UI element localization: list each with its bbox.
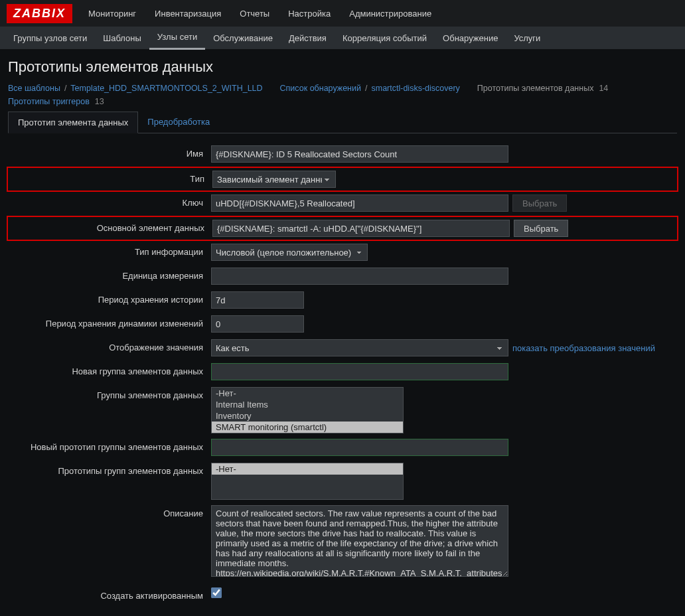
sub-nav: Группы узлов сетиШаблоныУзлы сетиОбслужи…: [0, 27, 685, 49]
subnav-item[interactable]: Узлы сети: [149, 26, 205, 50]
tab[interactable]: Предобработка: [138, 112, 219, 133]
topnav-item[interactable]: Мониторинг: [79, 1, 145, 27]
name-input[interactable]: [211, 145, 508, 163]
topnav-item[interactable]: Администрирование: [340, 1, 441, 27]
apps-listbox[interactable]: -Нет-Internal ItemsInventorySMART monito…: [211, 387, 404, 433]
label-master: Основной элемент данных: [9, 220, 212, 233]
logo[interactable]: ZABBIX: [7, 4, 72, 23]
breadcrumb-link[interactable]: Прототипы триггеров: [8, 97, 90, 106]
units-input[interactable]: [211, 268, 508, 285]
page-title: Прототипы элементов данных: [8, 58, 677, 76]
row-units: Единица измерения: [8, 268, 677, 286]
label-enabled: Создать активированным: [8, 587, 211, 601]
subnav-item[interactable]: Обслуживание: [205, 27, 281, 49]
list-option[interactable]: Inventory: [212, 410, 403, 422]
show-valuemaps-link[interactable]: показать преобразования значений: [512, 343, 655, 353]
breadcrumb-sep: /: [365, 84, 367, 93]
subnav-item[interactable]: Группы узлов сети: [5, 27, 95, 49]
info-type-select[interactable]: Числовой (целое положительное): [211, 244, 368, 261]
breadcrumb-sep: /: [64, 84, 66, 93]
row-type: Тип Зависимый элемент данных: [7, 167, 678, 192]
new-app-input[interactable]: [211, 363, 508, 380]
breadcrumb-link[interactable]: Список обнаружений: [280, 84, 361, 93]
valuemap-select[interactable]: Как есть: [211, 339, 508, 356]
history-input[interactable]: [211, 291, 304, 309]
app-protos-listbox[interactable]: -Нет-: [211, 463, 404, 500]
row-name: Имя: [8, 145, 677, 164]
master-input[interactable]: [212, 220, 510, 237]
list-option[interactable]: -Нет-: [212, 388, 403, 399]
label-description: Описание: [8, 505, 211, 518]
page-content: Прототипы элементов данных Все шаблоны/T…: [0, 49, 685, 616]
row-key: Ключ Выбрать: [8, 194, 677, 213]
row-enabled: Создать активированным: [8, 587, 677, 606]
label-units: Единица измерения: [8, 268, 211, 281]
label-app-protos: Прототипы групп элементов данных: [8, 463, 211, 476]
label-history: Период хранения истории: [8, 291, 211, 305]
breadcrumb: Все шаблоны/Template_HDD_SMARTMONTOOLS_2…: [8, 84, 677, 106]
label-key: Ключ: [8, 194, 211, 208]
trends-input[interactable]: [211, 315, 304, 333]
label-name: Имя: [8, 145, 211, 159]
label-valuemap: Отображение значения: [8, 339, 211, 352]
row-description: Описание Count of reallocated sectors. T…: [8, 505, 677, 577]
tabs: Прототип элемента данныхПредобработка: [8, 112, 677, 133]
type-select[interactable]: Зависимый элемент данных: [212, 171, 336, 188]
breadcrumb-link[interactable]: Template_HDD_SMARTMONTOOLS_2_WITH_LLD: [70, 84, 262, 93]
row-info-type: Тип информации Числовой (целое положител…: [8, 244, 677, 262]
label-new-app-proto: Новый прототип группы элементов данных: [8, 439, 211, 452]
top-nav: МониторингИнвентаризацияОтчетыНастройкаА…: [79, 1, 441, 27]
master-select-button[interactable]: Выбрать: [514, 220, 568, 237]
subnav-item[interactable]: Услуги: [506, 27, 548, 49]
subnav-item[interactable]: Шаблоны: [95, 27, 149, 49]
breadcrumb-count: 13: [95, 97, 104, 106]
list-option[interactable]: -Нет-: [212, 463, 403, 475]
label-trends: Период хранения динамики изменений: [8, 315, 211, 329]
subnav-item[interactable]: Корреляция событий: [335, 27, 435, 49]
row-history: Период хранения истории: [8, 291, 677, 310]
label-info-type: Тип информации: [8, 244, 211, 257]
label-type: Тип: [9, 171, 212, 184]
list-option[interactable]: Internal Items: [212, 399, 403, 410]
tab[interactable]: Прототип элемента данных: [8, 112, 138, 133]
topnav-item[interactable]: Отчеты: [230, 1, 279, 27]
key-input[interactable]: [211, 194, 508, 212]
row-trends: Период хранения динамики изменений: [8, 315, 677, 334]
row-master: Основной элемент данных Выбрать: [7, 216, 678, 241]
breadcrumb-count: 14: [599, 84, 608, 93]
label-new-app: Новая группа элементов данных: [8, 363, 211, 376]
row-new-app-proto: Новый прототип группы элементов данных: [8, 439, 677, 457]
breadcrumb-link[interactable]: smartctl-disks-discovery: [371, 84, 459, 93]
row-apps: Группы элементов данных -Нет-Internal It…: [8, 387, 677, 433]
subnav-item[interactable]: Обнаружение: [435, 27, 506, 49]
description-textarea[interactable]: Count of reallocated sectors. The raw va…: [211, 505, 508, 577]
topnav-item[interactable]: Настройка: [279, 1, 340, 27]
enabled-checkbox[interactable]: [211, 587, 222, 598]
breadcrumb-link[interactable]: Все шаблоны: [8, 84, 60, 93]
item-prototype-form: Имя Тип Зависимый элемент данных Ключ Вы…: [8, 145, 677, 616]
topnav-item[interactable]: Инвентаризация: [145, 1, 230, 27]
top-bar: ZABBIX МониторингИнвентаризацияОтчетыНас…: [0, 0, 685, 27]
row-app-protos: Прототипы групп элементов данных -Нет-: [8, 463, 677, 500]
key-select-button: Выбрать: [512, 194, 567, 212]
breadcrumb-current: Прототипы элементов данных: [477, 84, 594, 93]
row-valuemap: Отображение значения Как есть показать п…: [8, 339, 677, 358]
new-app-proto-input[interactable]: [211, 439, 508, 456]
list-option[interactable]: SMART monitoring (smartctl): [212, 422, 403, 433]
row-new-app: Новая группа элементов данных: [8, 363, 677, 382]
label-apps: Группы элементов данных: [8, 387, 211, 400]
